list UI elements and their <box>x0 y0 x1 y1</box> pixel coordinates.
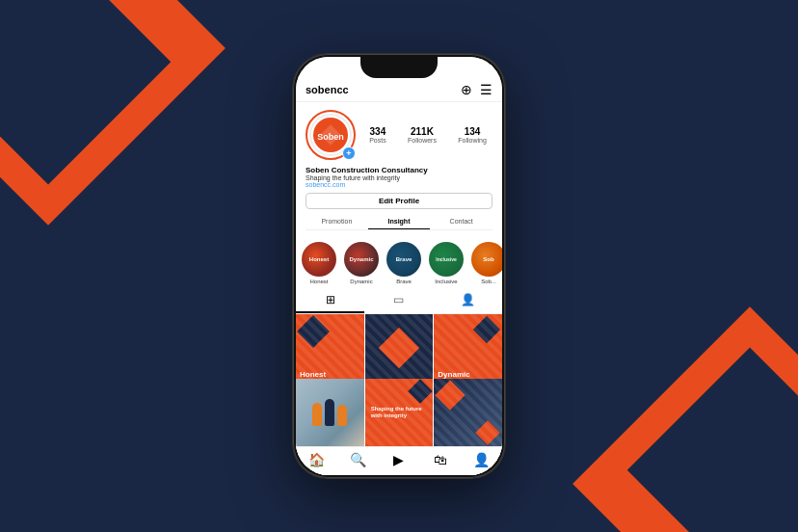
post-3-dynamic[interactable]: Dynamic <box>434 314 502 383</box>
post-5-shaping[interactable]: Shaping the future with integrity <box>365 379 434 446</box>
ig-profile-section: Soben + 334 Posts <box>296 102 502 238</box>
followers-count: 211K <box>408 126 437 137</box>
highlight-soben-label: Sob... <box>481 279 496 284</box>
avatar-container: Soben + <box>306 110 356 160</box>
worker2 <box>325 399 334 426</box>
ig-bottom-nav: 🏠 🔍 ▶ 🛍 👤 <box>296 446 502 475</box>
post-grid: Honest Soben Dynamic <box>296 314 502 446</box>
profile-tabs: Promotion Insight Contact <box>306 214 492 230</box>
following-label: Following <box>458 137 487 144</box>
highlight-brave-label-inner: Brave <box>396 256 412 262</box>
highlight-dynamic-label-inner: Dynamic <box>349 256 373 262</box>
post-4-workers[interactable] <box>296 379 364 446</box>
bg-chevron-top-left <box>0 0 226 226</box>
tagged-view-button[interactable]: 👤 <box>434 288 502 313</box>
phone-notch <box>360 57 438 78</box>
header-icons: ⊕ ☰ <box>461 82 492 97</box>
story-highlights: Honest Honest Dynamic Dynamic Brave <box>296 238 502 288</box>
highlight-inclusive-label-inner: Inclusive <box>436 256 456 262</box>
phone-screen: sobencc ⊕ ☰ <box>296 57 502 475</box>
tab-insight[interactable]: Insight <box>368 214 431 229</box>
soben-logo-svg: Soben <box>313 118 348 152</box>
followers-label: Followers <box>408 137 437 144</box>
highlight-soben[interactable]: Sob Sob... <box>471 242 502 284</box>
reels-view-button[interactable]: ▭ <box>364 288 433 313</box>
view-toggle: ⊞ ▭ 👤 <box>296 288 502 314</box>
posts-count: 334 <box>369 126 386 137</box>
bio-link[interactable]: sobencc.com <box>306 181 492 188</box>
tab-contact[interactable]: Contact <box>430 214 492 229</box>
following-stat: 134 Following <box>458 126 487 144</box>
post6-stripes <box>434 379 502 446</box>
highlight-inclusive[interactable]: Inclusive Inclusive <box>429 242 464 284</box>
nav-search[interactable]: 🔍 <box>337 452 379 467</box>
menu-lines-icon[interactable]: ☰ <box>480 82 492 97</box>
nav-reels[interactable]: ▶ <box>379 452 420 467</box>
instagram-app: sobencc ⊕ ☰ <box>296 57 502 475</box>
highlight-dynamic-label: Dynamic <box>350 279 372 284</box>
nav-shop[interactable]: 🛍 <box>419 452 461 467</box>
tab-promotion[interactable]: Promotion <box>306 214 368 229</box>
avatar-add-icon[interactable]: + <box>342 146 356 160</box>
edit-profile-button[interactable]: Edit Profile <box>306 193 492 209</box>
svg-text:Soben: Soben <box>317 132 344 142</box>
ig-username: sobencc <box>306 84 349 95</box>
post5-stripes <box>365 379 434 446</box>
highlight-brave[interactable]: Brave Brave <box>386 242 421 284</box>
post4-content <box>296 379 364 446</box>
grid-view-button[interactable]: ⊞ <box>296 288 364 313</box>
bg-chevron-bottom-right <box>572 306 798 532</box>
worker3 <box>337 405 347 426</box>
post4-workers <box>312 399 347 426</box>
phone-mockup: sobencc ⊕ ☰ <box>293 54 505 478</box>
bio-text: Shaping the future with integrity <box>306 174 492 181</box>
highlight-honest-label: Honest <box>309 279 328 284</box>
post1-logo: Soben <box>347 371 360 379</box>
nav-home[interactable]: 🏠 <box>296 452 337 467</box>
profile-stats: 334 Posts 211K Followers 134 Following <box>363 126 492 144</box>
phone-frame: sobencc ⊕ ☰ <box>293 54 505 478</box>
post-6-dark-pattern[interactable] <box>434 379 502 446</box>
post-1-honest[interactable]: Honest Soben <box>296 314 364 383</box>
bio-name: Soben Construction Consultancy <box>306 166 492 174</box>
profile-bio: Soben Construction Consultancy Shaping t… <box>306 166 492 188</box>
post3-stripes <box>434 314 502 383</box>
nav-profile[interactable]: 👤 <box>461 452 502 467</box>
post2-stripes <box>365 314 434 383</box>
post-2-dark[interactable] <box>365 314 434 383</box>
highlight-honest[interactable]: Honest Honest <box>302 242 336 284</box>
highlight-soben-label-inner: Sob <box>483 256 493 262</box>
highlight-brave-label: Brave <box>396 279 412 284</box>
highlight-dynamic[interactable]: Dynamic Dynamic <box>344 242 379 284</box>
highlight-inclusive-label: Inclusive <box>435 279 457 284</box>
posts-label: Posts <box>369 137 386 144</box>
plus-square-icon[interactable]: ⊕ <box>461 82 472 97</box>
following-count: 134 <box>458 126 487 137</box>
highlight-honest-label-inner: Honest <box>309 256 329 262</box>
worker1 <box>312 403 322 426</box>
profile-top: Soben + 334 Posts <box>306 110 492 160</box>
followers-stat: 211K Followers <box>408 126 437 144</box>
posts-stat: 334 Posts <box>369 126 386 144</box>
